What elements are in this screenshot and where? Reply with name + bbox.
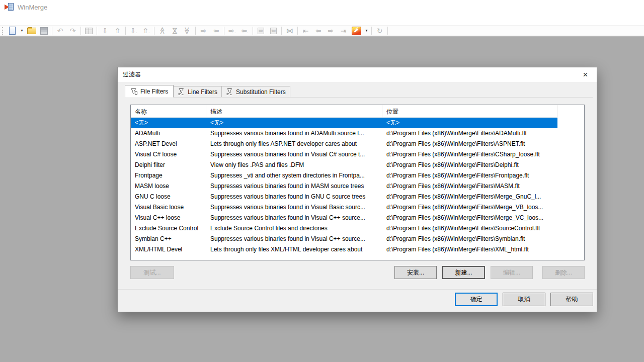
tab-label: Line Filters [188, 88, 217, 96]
toolbar-separator [281, 27, 282, 35]
delete-button: 删除... [542, 266, 585, 279]
Visual Basic loose[interactable]: Visual Basic loose Suppresses various bi… [131, 202, 557, 213]
copy-up-and-advance-icon: ⇧ [140, 26, 152, 36]
toolbar-separator [387, 27, 388, 35]
tab-file-filters[interactable]: File Filters [125, 85, 174, 98]
ASP.NET Devel[interactable]: ASP.NET Devel Lets through only files AS… [131, 139, 557, 149]
ok-button[interactable]: 确定 [455, 293, 498, 306]
install-button[interactable]: 安装... [394, 266, 437, 279]
options-icon[interactable] [350, 26, 363, 36]
new-button[interactable]: 新建... [442, 266, 485, 279]
new-file-dropdown-caret[interactable]: ▾ [19, 26, 25, 36]
edit-button: 编辑... [491, 266, 533, 279]
copy-down-icon: ⇩ [99, 26, 111, 36]
toolbar: ▾↶↷⇩⇧⇩⇧≫⋈≫⇨⇦⇨⇦⇨⇦⋈⇤⇦⇨⇥▾↻ [0, 25, 644, 37]
toolbar-separator [154, 27, 154, 35]
tab-substitution-filters[interactable]: Substitution Filters [221, 86, 290, 97]
menu-item-tools[interactable] [28, 18, 37, 22]
toolbar-separator [125, 27, 126, 35]
toolbar-grip[interactable] [2, 27, 5, 35]
Exclude Source Control[interactable]: Exclude Source Control Exclude Source Co… [131, 223, 557, 234]
dialog-titlebar[interactable]: 过滤器 × [118, 67, 597, 82]
menu-item-window[interactable] [46, 18, 55, 22]
filter-description: Suppresses various binaries found in ADA… [206, 128, 382, 139]
filter-location: d:\Program Files (x86)\WinMerge\Filters\… [382, 181, 557, 192]
filter-location: d:\Program Files (x86)\WinMerge\Filters\… [382, 234, 557, 244]
filter-description: Suppresses various binaries found in Vis… [206, 149, 382, 160]
previous-difference-icon: ⇦ [312, 26, 325, 36]
chevrons-down-icon: ≫ [181, 26, 194, 36]
filter-name: Visual C# loose [131, 149, 206, 160]
filter-description: Suppresses various binaries found in Vis… [206, 213, 382, 223]
menu-item-help[interactable] [55, 18, 64, 22]
copy-to-right-file-icon: ⇨ [255, 26, 267, 36]
copy-right-and-advance-icon: ⇨ [226, 26, 238, 36]
tab-label: Substitution Filters [236, 88, 286, 96]
new-file-icon[interactable] [6, 26, 19, 36]
filter-location: d:\Program Files (x86)\WinMerge\Filters\… [382, 149, 557, 160]
ADAMulti[interactable]: ADAMulti Suppresses various binaries fou… [131, 128, 557, 139]
filter-name: Frontpage [131, 170, 206, 181]
menu-item-edit[interactable] [10, 18, 19, 22]
filter-description: Suppresses various binaries found in MAS… [206, 181, 382, 192]
Visual C# loose[interactable]: Visual C# loose Suppresses various binar… [131, 149, 557, 160]
refresh-icon: ↻ [373, 26, 386, 36]
filter-description: Lets through only files ASP.NET develope… [206, 139, 382, 149]
test-button: 测试... [130, 266, 174, 279]
cancel-button[interactable]: 取消 [503, 293, 545, 306]
Frontpage[interactable]: Frontpage Suppresses _vti and other syst… [131, 170, 557, 181]
filter-list-header: 名称描述位置 [131, 105, 584, 118]
toolbar-separator [195, 27, 196, 35]
Delphi filter[interactable]: Delphi filter View only files .PAS and f… [131, 160, 557, 170]
filter-description: Exclude Source Control files and directo… [206, 223, 382, 234]
filter-name: MASM loose [131, 181, 206, 192]
XML/HTML Devel[interactable]: XML/HTML Devel Lets through only files X… [131, 244, 557, 255]
swap-panes-icon: ⋈ [283, 26, 296, 36]
help-button[interactable]: 帮助 [550, 293, 593, 306]
filter-name: Exclude Source Control [131, 223, 206, 234]
filter-description: Suppresses various binaries found in Vis… [206, 202, 382, 213]
undo-icon: ↶ [54, 26, 66, 36]
file-filter-funnel-icon [130, 88, 138, 95]
Symbian C++[interactable]: Symbian C++ Suppresses various binaries … [131, 234, 557, 244]
copy-to-left-file-icon: ⇦ [267, 26, 280, 36]
toolbar-separator [253, 27, 253, 35]
line-filter-funnel-icon [178, 88, 185, 96]
save-icon [38, 26, 50, 36]
open-folder-icon[interactable] [25, 26, 38, 36]
toolbar-separator [371, 27, 372, 35]
filter-description: View only files .PAS and files .DFM [206, 160, 382, 170]
menubar [0, 14, 644, 25]
menu-item-file[interactable] [1, 18, 10, 22]
close-icon[interactable]: × [574, 67, 597, 82]
filter-location: d:\Program Files (x86)\WinMerge\Filters\… [382, 170, 557, 181]
Visual C++ loose[interactable]: Visual C++ loose Suppresses various bina… [131, 213, 557, 223]
column-header[interactable]: 位置 [382, 105, 557, 118]
filter-location: d:\Program Files (x86)\WinMerge\Filters\… [382, 244, 557, 255]
filter-name: Delphi filter [131, 160, 206, 170]
filter-location: d:\Program Files (x86)\WinMerge\Filters\… [382, 160, 557, 170]
filter-location: <无> [382, 118, 557, 128]
toolbar-separator [297, 27, 298, 35]
app-titlebar[interactable]: WinMerge [0, 0, 644, 14]
column-header[interactable]: 描述 [206, 105, 382, 118]
filter-name: XML/HTML Devel [131, 244, 206, 255]
filter-location: d:\Program Files (x86)\WinMerge\Filters\… [382, 213, 557, 223]
column-header[interactable]: 名称 [131, 105, 206, 118]
filter-name: ADAMulti [131, 128, 206, 139]
MASM loose[interactable]: MASM loose Suppresses various binaries f… [131, 181, 557, 192]
filter-description: <无> [206, 118, 382, 128]
tab-line-filters[interactable]: Line Filters [173, 86, 222, 97]
options-dropdown-caret[interactable]: ▾ [363, 26, 370, 36]
menu-item-plugins[interactable] [37, 18, 46, 22]
filters-dialog: 过滤器 × File Filters Line Filters Substitu… [117, 67, 597, 312]
<无>[interactable]: <无> <无> <无> [131, 118, 557, 128]
filter-description: Suppresses _vti and other system directo… [206, 170, 382, 181]
menu-item-view[interactable] [19, 18, 28, 22]
tab-label: File Filters [140, 88, 168, 95]
filter-location: d:\Program Files (x86)\WinMerge\Filters\… [382, 128, 557, 139]
filter-location: d:\Program Files (x86)\WinMerge\Filters\… [382, 223, 557, 234]
dialog-footer-divider [118, 289, 597, 290]
GNU C loose[interactable]: GNU C loose Suppresses various binaries … [131, 192, 557, 202]
filter-name: Symbian C++ [131, 234, 206, 244]
